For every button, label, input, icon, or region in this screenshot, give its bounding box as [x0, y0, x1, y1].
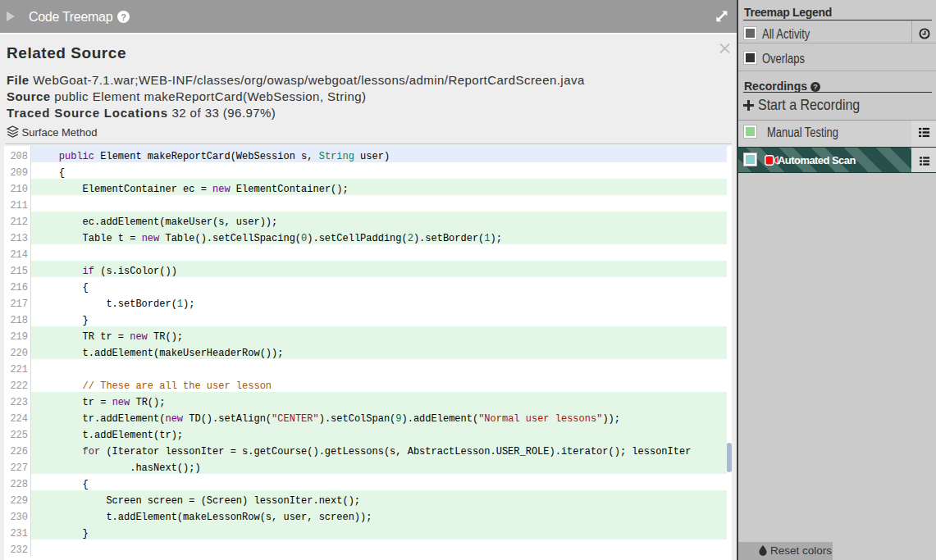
svg-text:?: ?	[121, 12, 126, 22]
svg-text:?: ?	[813, 82, 818, 91]
